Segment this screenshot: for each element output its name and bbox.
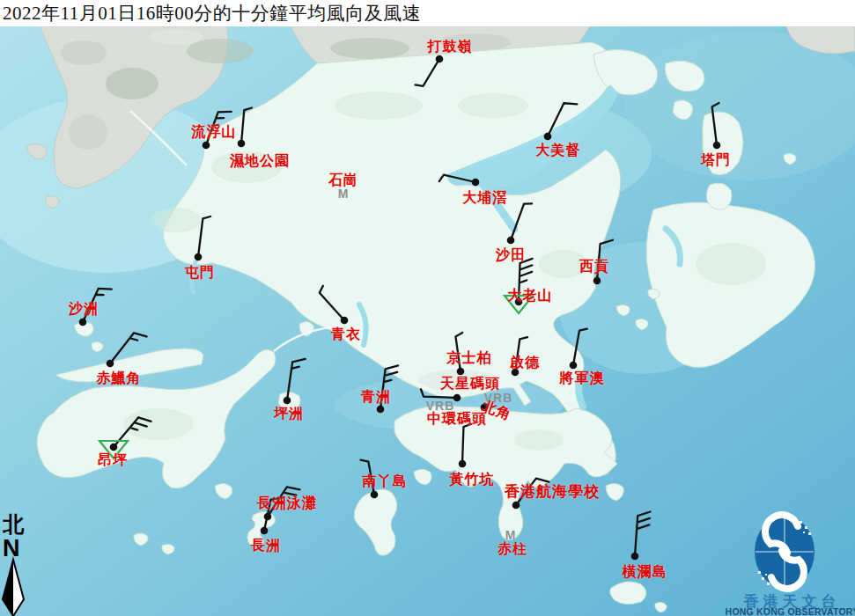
- map-title: 2022年11月01日16時00分的十分鐘平均風向及風速: [0, 1, 421, 26]
- wind-barb-icon-peng-chau: [287, 359, 306, 400]
- wind-barb-icon-sha-tin: [511, 203, 532, 240]
- station-label-ngong-ping: 昂坪: [98, 451, 128, 470]
- wind-barb-icon-tuen-mun: [198, 216, 210, 257]
- station-dot-wong-chuk-hang: [459, 460, 467, 468]
- station-dot-wetland-park: [238, 140, 246, 148]
- station-label-lamma-island: 南丫島: [363, 473, 408, 491]
- station-label-cheung-chau: 長洲: [251, 537, 281, 555]
- station-dot-green-island: [377, 406, 385, 414]
- wind-barb-icon-chek-lap-kok: [110, 333, 147, 363]
- wind-barb-icon-tseung-kwan-o: [573, 329, 587, 365]
- station-dot-tseung-kwan-o: [570, 362, 578, 370]
- station-label-sai-kung: 西貢: [579, 258, 609, 276]
- north-letter-label: N: [3, 535, 20, 561]
- wind-barb-icon-waglan-island: [635, 511, 650, 556]
- hko-logo: 香港天文台 HONG KONG OBSERVATORY: [729, 510, 855, 616]
- station-label-star-ferry: 天星碼頭: [440, 375, 500, 393]
- compass-needle-dark-half: [3, 560, 13, 616]
- station-dot-sha-chau: [79, 319, 87, 326]
- station-dot-lau-fau-shan: [203, 142, 210, 150]
- station-label-tai-po-kau: 大埔滘: [463, 189, 508, 208]
- station-dot-peng-chau: [284, 397, 291, 405]
- hko-logo-english-name: HONG KONG OBSERVATORY: [726, 606, 855, 616]
- station-label-tap-mun: 塔門: [701, 151, 731, 170]
- station-dot-sha-tin: [507, 237, 515, 245]
- station-label-chek-lap-kok: 赤鱲角: [97, 370, 142, 388]
- station-label-sha-tin: 沙田: [496, 246, 526, 265]
- station-label-shek-kong: 石崗: [328, 172, 358, 190]
- wind-barb-layer: [0, 0, 855, 616]
- north-cjk-label: 北: [2, 512, 25, 536]
- station-dot-tap-mun: [713, 142, 721, 150]
- station-label-wetland-park: 濕地公園: [230, 152, 290, 171]
- station-dot-ta-kwu-ling: [436, 55, 444, 63]
- station-label-kai-tak: 啟德: [510, 354, 540, 372]
- wind-barb-icon-tai-po-kau: [439, 175, 475, 182]
- station-label-peng-chau: 坪洲: [274, 405, 304, 423]
- station-dot-ngong-ping: [110, 444, 118, 451]
- station-dot-lamma-island: [371, 491, 379, 499]
- station-label-lau-fau-shan: 流浮山: [192, 123, 237, 142]
- station-dot-waglan-island: [631, 553, 639, 561]
- station-dot-chek-lap-kok: [107, 360, 114, 368]
- station-label-cheung-chau-beach: 長洲泳灘: [257, 495, 317, 513]
- wind-barb-icon-wong-chuk-hang: [462, 424, 471, 464]
- station-label-green-island: 青洲: [361, 388, 391, 407]
- wind-barb-icon-tsing-yi: [320, 286, 344, 320]
- wind-barb-icon-wetland-park: [241, 108, 252, 143]
- station-label-tuen-mun: 屯門: [185, 264, 215, 282]
- station-label-wong-chuk-hang: 黃竹坑: [450, 471, 495, 489]
- title-bar: 2022年11月01日16時00分的十分鐘平均風向及風速: [0, 0, 855, 26]
- station-label-tsing-yi: 青衣: [331, 326, 361, 344]
- wind-barb-icon-tai-mei-tuk: [548, 103, 577, 136]
- station-label-stanley: 赤柱: [498, 540, 527, 559]
- wind-barb-icon-ta-kwu-ling: [416, 59, 439, 86]
- station-label-kings-park: 京士柏: [447, 349, 492, 368]
- station-dot-tsing-yi: [341, 317, 349, 325]
- station-label-tates-cairn: 大老山: [508, 287, 553, 305]
- station-label-central-pier: 中環碼頭: [427, 410, 487, 429]
- station-dot-tai-po-kau: [472, 179, 480, 187]
- wind-barb-icon-ngong-ping: [114, 417, 151, 447]
- station-dot-tai-mei-tuk: [544, 133, 552, 141]
- north-arrow: 北 N: [0, 509, 35, 616]
- station-label-tai-mei-tuk: 大美督: [536, 142, 581, 160]
- station-dot-hk-sea-school: [512, 502, 520, 510]
- station-dot-cheung-chau: [261, 527, 269, 535]
- station-label-ta-kwu-ling: 打鼓嶺: [428, 38, 473, 56]
- station-label-sha-chau: 沙洲: [69, 300, 99, 319]
- station-dot-tuen-mun: [195, 253, 203, 261]
- station-label-hk-sea-school: 香港航海學校: [505, 481, 600, 502]
- wind-barb-icon-tap-mun: [712, 103, 719, 145]
- station-dot-sai-kung: [593, 277, 601, 285]
- station-label-waglan-island: 橫瀾島: [623, 563, 667, 582]
- station-label-tseung-kwan-o: 將軍澳: [560, 370, 605, 388]
- wind-map: 打鼓嶺流浮山濕地公園石崗M大美督塔門大埔滘沙田屯門西貢沙洲大老山青衣京士柏啟德將…: [0, 0, 855, 616]
